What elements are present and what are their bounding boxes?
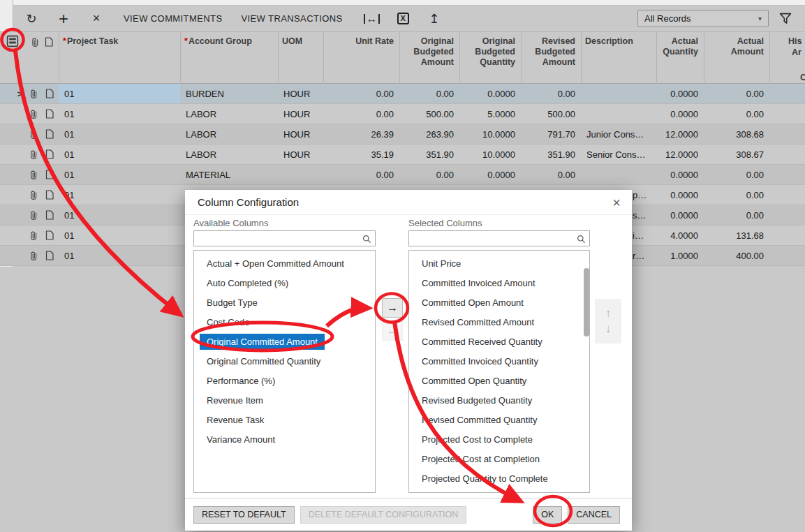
selected-column-item[interactable]: Revised Committed Quantity [409,410,589,429]
cell-actual-qty[interactable]: 0.0000 [656,165,704,184]
cell-rev-budg-amount[interactable]: 791.70 [521,124,581,144]
note-icon[interactable] [40,246,59,265]
cell-actual-amount[interactable]: 308.67 [704,145,769,164]
cell-actual-amount[interactable]: 0.00 [704,185,769,205]
available-column-item[interactable]: Variance Amount [194,429,375,449]
records-filter-dropdown[interactable]: All Records ▾ [637,10,769,27]
cell-actual-amount[interactable]: 131.68 [704,226,769,245]
cell-account-group[interactable]: LABOR [180,104,278,124]
column-header-account_group[interactable]: *Account Group [180,32,278,84]
available-column-item[interactable]: Actual + Open Committed Amount [194,253,375,273]
note-icon[interactable] [40,165,59,184]
selected-column-item[interactable]: Committed Invoiced Amount [409,273,589,293]
cell-orig-budg-amount[interactable]: 263.90 [399,124,459,144]
refresh-icon[interactable]: ↻ [23,11,40,27]
selected-column-item[interactable]: Revised Budgeted Quantity [409,390,589,410]
table-row[interactable]: >01BURDENHOUR0.000.000.00000.000.00000.0… [0,84,805,104]
paperclip-icon[interactable] [27,185,40,205]
available-column-item[interactable]: Auto Completed (%) [194,273,375,293]
column-header-unit_rate[interactable]: Unit Rate [323,32,399,84]
cell-description[interactable] [581,165,656,184]
paperclip-icon[interactable] [27,124,40,144]
available-column-item[interactable]: Revenue Task [194,410,375,429]
cell-rev-budg-amount[interactable]: 0.00 [521,84,581,103]
selected-column-item[interactable]: Projected Quantity to Complete [409,468,589,488]
column-header-actual_qty[interactable]: Actual Quantity [656,32,704,84]
note-icon[interactable] [40,145,59,164]
cancel-button[interactable]: CANCEL [568,506,620,524]
selected-column-item[interactable]: Projected Cost to Complete [409,429,589,449]
cell-description[interactable]: Senior Cons… [581,145,656,164]
cell-account-group[interactable]: MATERIAL [180,165,278,184]
column-header-orig_budg_amount[interactable]: Original Budgeted Amount [399,32,459,84]
available-search-input[interactable] [193,230,376,246]
available-column-item[interactable]: Original Committed Amount [194,332,375,351]
move-up-icon[interactable]: ↑ [605,308,611,319]
cell-actual-amount[interactable]: 308.68 [704,124,769,144]
table-row[interactable]: 01LABORHOUR0.00500.005.0000500.000.00000… [0,104,805,124]
table-row[interactable]: 01LABORHOUR35.19351.9010.0000351.90Senio… [0,145,805,165]
cell-orig-budg-amount[interactable]: 500.00 [399,104,459,124]
cell-project-task[interactable]: 01 [59,165,180,184]
cell-uom[interactable]: HOUR [278,84,323,103]
note-icon[interactable] [40,84,59,103]
move-down-icon[interactable]: ↓ [605,323,611,334]
move-right-button[interactable]: → [382,298,403,318]
cell-description[interactable] [581,104,656,124]
selected-column-item[interactable]: Projected Quantity at Completion [409,488,589,493]
note-icon[interactable] [40,185,59,205]
selected-column-item[interactable]: Revised Committed Amount [409,312,589,332]
cell-orig-budg-qty[interactable]: 10.0000 [459,145,521,164]
cell-orig-budg-qty[interactable]: 0.0000 [459,84,521,103]
cell-project-task[interactable]: 01 [59,84,180,103]
paperclip-icon[interactable] [27,104,40,124]
available-column-item[interactable]: Budget Type [194,293,375,312]
cell-actual-qty[interactable]: 0.0000 [656,185,704,205]
cell-rev-budg-amount[interactable]: 351.90 [521,145,581,164]
column-header-uom[interactable]: UOM [278,32,323,84]
available-column-item[interactable]: Revenue Item [194,390,375,410]
column-header-rev_budg_amount[interactable]: Revised Budgeted Amount [521,32,581,84]
paperclip-icon[interactable] [27,246,40,265]
delete-row-icon[interactable]: × [88,11,105,26]
reset-to-default-button[interactable]: RESET TO DEFAULT [193,506,295,524]
selected-column-item[interactable]: Committed Open Amount [409,293,589,312]
cell-orig-budg-amount[interactable]: 0.00 [399,84,459,103]
cell-uom[interactable]: HOUR [278,124,323,144]
fit-width-icon[interactable]: ↔ [364,14,380,24]
selected-column-item[interactable]: Committed Received Quantity [409,332,589,351]
cell-unit-rate[interactable]: 0.00 [323,104,399,124]
paperclip-icon[interactable] [27,84,40,103]
cell-project-task[interactable]: 01 [59,226,180,245]
column-header-project_task[interactable]: *Project Task [59,32,180,84]
cell-unit-rate[interactable]: 35.19 [323,145,399,164]
cell-project-task[interactable]: 01 [59,124,180,144]
note-icon[interactable] [40,205,59,225]
cell-project-task[interactable]: 01 [59,185,180,205]
cell-rev-budg-amount[interactable]: 500.00 [521,104,581,124]
column-header-actual_amount[interactable]: Actual Amount [704,32,769,84]
selected-column-item[interactable]: Projected Cost at Completion [409,449,589,468]
export-excel-icon[interactable]: X [397,13,409,24]
cell-description[interactable]: Junior Cons… [581,124,656,144]
note-icon[interactable] [40,226,59,245]
cell-actual-qty[interactable]: 0.0000 [656,104,704,124]
move-left-button[interactable]: ← [382,321,403,341]
paperclip-icon[interactable] [27,145,40,164]
cell-actual-amount[interactable]: 0.00 [704,84,769,103]
cell-project-task[interactable]: 01 [59,205,180,225]
cell-actual-amount[interactable]: 400.00 [704,246,769,265]
scrollbar-thumb[interactable] [584,268,589,337]
upload-icon[interactable]: ↥ [427,11,441,27]
cell-description[interactable] [581,84,656,103]
table-row[interactable]: 01LABORHOUR26.39263.9010.0000791.70Junio… [0,124,805,145]
filter-funnel-icon[interactable] [779,13,792,24]
cell-rev-budg-amount[interactable]: 0.00 [521,165,581,184]
table-row[interactable]: 01MATERIAL0.000.000.00000.000.00000.00 [0,165,805,185]
paperclip-icon[interactable] [27,205,40,225]
note-icon[interactable] [40,104,59,124]
cell-project-task[interactable]: 01 [59,104,180,124]
cell-account-group[interactable]: BURDEN [180,84,278,103]
add-row-icon[interactable]: + [54,9,73,29]
cell-project-task[interactable]: 01 [59,145,180,164]
